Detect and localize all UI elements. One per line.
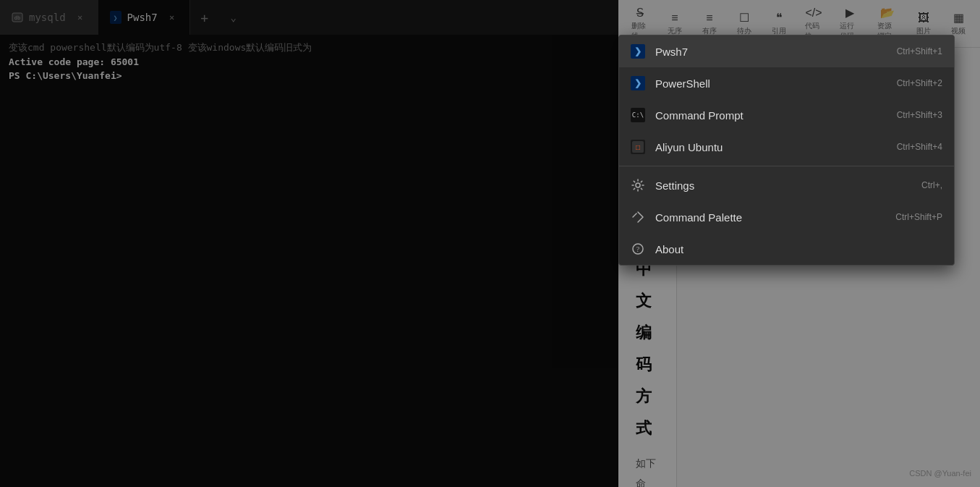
pwsh7-shortcut: Ctrl+Shift+1 [897, 46, 942, 56]
video-icon: ▦ [953, 11, 964, 25]
menu-item-cmd[interactable]: C:\ Command Prompt Ctrl+Shift+3 [619, 99, 954, 131]
cmd-menu-label: Command Prompt [655, 109, 887, 122]
terminal-content[interactable]: 变该cmd powershell默认编码为utf-8 变该windows默认编码… [0, 35, 618, 487]
strikethrough-icon: S̶ [636, 6, 644, 20]
toolbar-video[interactable]: ▦ 视频 [945, 9, 971, 38]
toolbar-quote[interactable]: ❝ 引用 [766, 9, 792, 38]
toolbar-ordered[interactable]: ≡ 有序 [696, 10, 723, 38]
about-menu-label: About [655, 243, 932, 255]
menu-item-powershell[interactable]: ❯ PowerShell Ctrl+Shift+2 [619, 67, 954, 99]
svg-text:?: ? [636, 245, 640, 253]
watermark: CSDN @Yuan-fei [909, 465, 971, 481]
ubuntu-menu-icon: □ [631, 140, 645, 154]
menu-item-settings[interactable]: Settings Ctrl+, [619, 169, 954, 201]
terminal-prompt: PS C:\Users\Yuanfei> [9, 69, 610, 83]
cmd-menu-icon: C:\ [631, 108, 645, 122]
cmd-shortcut: Ctrl+Shift+3 [897, 110, 942, 120]
settings-shortcut: Ctrl+, [921, 180, 942, 190]
powershell-menu-icon: ❯ [631, 76, 645, 90]
pwsh7-menu-icon: ❯ [631, 44, 645, 59]
terminal-line-1: 变该cmd powershell默认编码为utf-8 变该windows默认编码… [9, 41, 610, 55]
menu-item-pwsh7[interactable]: ❯ Pwsh7 Ctrl+Shift+1 [619, 35, 954, 67]
tab-pwsh7-close[interactable]: ✕ [166, 12, 178, 23]
terminal-line-2: Active code page: 65001 [9, 55, 610, 69]
settings-menu-icon [631, 178, 645, 192]
ubuntu-shortcut: Ctrl+Shift+4 [897, 142, 942, 152]
terminal-panel: db mysqld ✕ ❯ Pwsh7 ✕ + ⌄ 变该cmd powershe [0, 0, 618, 487]
new-tab-button[interactable]: + [190, 0, 219, 35]
tab-mysqld-label: mysqld [29, 12, 66, 23]
quote-icon: ❝ [776, 11, 783, 25]
list-ordered-icon: ≡ [706, 12, 712, 25]
svg-text:□: □ [636, 143, 640, 151]
toolbar-image[interactable]: 🖼 图片 [911, 10, 937, 38]
powershell-menu-label: PowerShell [655, 77, 887, 90]
menu-item-command-palette[interactable]: Command Palette Ctrl+Shift+P [619, 201, 954, 233]
menu-item-about[interactable]: ? About [619, 233, 954, 265]
task-icon: ☐ [739, 11, 749, 25]
svg-text:db: db [14, 15, 20, 21]
article-intro: 如下命令，可以临时更改当前窗口编码 [636, 453, 659, 487]
palette-shortcut: Ctrl+Shift+P [895, 212, 942, 222]
command-palette-icon [631, 210, 645, 224]
tab-bar: db mysqld ✕ ❯ Pwsh7 ✕ + ⌄ [0, 0, 618, 35]
toolbar-task[interactable]: ☐ 待办 [731, 9, 757, 38]
code-block-icon: </> [805, 7, 822, 20]
menu-item-ubuntu[interactable]: □ Aliyun Ubuntu Ctrl+Shift+4 [619, 131, 954, 163]
svg-point-4 [636, 183, 640, 187]
settings-menu-label: Settings [655, 179, 911, 192]
palette-menu-label: Command Palette [655, 211, 885, 224]
tab-mysqld-close[interactable]: ✕ [74, 12, 86, 23]
run-code-icon: ▶ [845, 6, 854, 20]
tab-pwsh7-label: Pwsh7 [127, 12, 158, 23]
image-icon: 🖼 [918, 12, 929, 25]
pwsh7-icon: ❯ [110, 12, 122, 23]
powershell-shortcut: Ctrl+Shift+2 [897, 78, 942, 88]
about-icon: ? [631, 242, 645, 256]
pwsh7-menu-label: Pwsh7 [655, 46, 887, 58]
toolbar-unordered[interactable]: ≡ 无序 [662, 10, 688, 38]
tab-mysqld[interactable]: db mysqld ✕ [0, 0, 98, 35]
menu-divider-1 [619, 166, 954, 166]
list-unordered-icon: ≡ [671, 12, 678, 25]
resource-bind-icon: 📂 [880, 6, 895, 20]
tab-pwsh7[interactable]: ❯ Pwsh7 ✕ [98, 0, 190, 35]
dropdown-button[interactable]: ⌄ [219, 0, 248, 35]
dropdown-menu: ❯ Pwsh7 Ctrl+Shift+1 ❯ PowerShell Ctrl+S… [618, 35, 955, 266]
ubuntu-menu-label: Aliyun Ubuntu [655, 141, 887, 153]
mysqld-icon: db [12, 12, 23, 23]
